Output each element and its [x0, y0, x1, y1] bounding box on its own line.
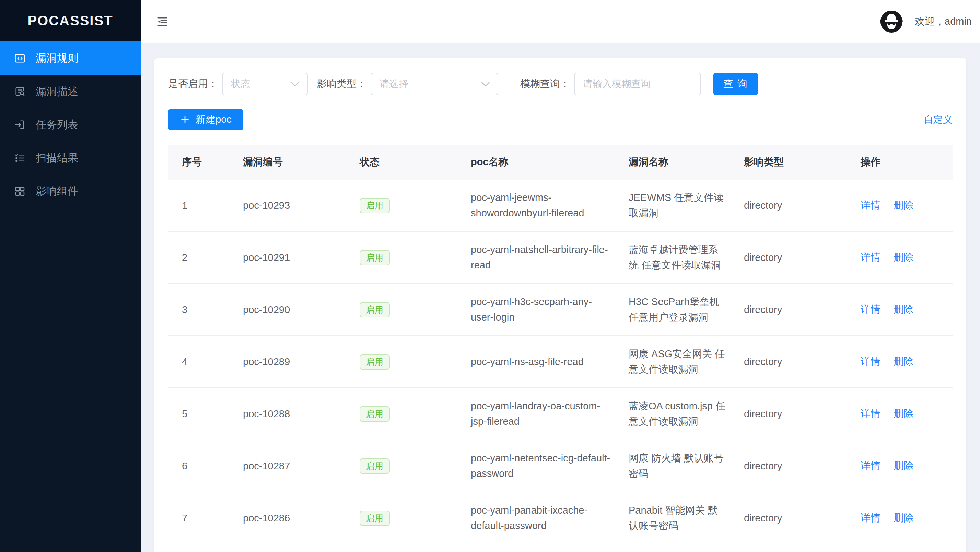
cell-vul-id: poc-10287 [243, 460, 360, 472]
cell-index: 6 [168, 460, 243, 472]
sidebar: POCASSIST 漏洞规则 [0, 0, 141, 552]
cell-affect-type: directory [744, 200, 861, 211]
cell-affect-type: directory [744, 356, 861, 368]
search-button[interactable]: 查 询 [713, 73, 758, 95]
sidebar-menu: 漏洞规则 漏洞描述 [0, 41, 141, 208]
cell-vul-id: poc-10290 [243, 304, 360, 316]
cell-index: 1 [168, 200, 243, 211]
status-badge: 启用 [360, 354, 390, 370]
table-header-row: 序号 漏洞编号 状态 poc名称 漏洞名称 影响类型 操作 [168, 145, 953, 180]
sidebar-item-scan-results[interactable]: 扫描结果 [0, 141, 141, 174]
cell-actions: 详情 删除 [861, 303, 953, 316]
sidebar-item-vuln-rules[interactable]: 漏洞规则 [0, 41, 141, 75]
filter-bar: 是否启用： 状态 影响类型： 请选择 模糊查询： 查 询 [168, 73, 953, 95]
content: 是否启用： 状态 影响类型： 请选择 模糊查询： 查 询 [141, 43, 980, 552]
cell-index: 2 [168, 252, 243, 263]
table-row: 5 poc-10288 启用 poc-yaml-landray-oa-custo… [168, 388, 953, 440]
cell-poc-name: poc-yaml-panabit-ixcache-default-passwor… [471, 503, 628, 533]
chevron-down-icon [481, 81, 490, 87]
cell-actions: 详情 删除 [861, 198, 953, 212]
customize-link[interactable]: 自定义 [924, 113, 953, 126]
status-badge: 启用 [360, 406, 390, 422]
sidebar-item-label: 影响组件 [36, 184, 78, 198]
table-row: 1 poc-10293 启用 poc-yaml-jeewms-showordow… [168, 180, 953, 232]
status-badge: 启用 [360, 198, 390, 213]
sidebar-item-label: 扫描结果 [36, 151, 78, 165]
new-poc-button[interactable]: 新建poc [168, 109, 243, 130]
status-badge: 启用 [360, 458, 390, 474]
delete-link[interactable]: 删除 [894, 200, 913, 211]
col-header-vul-name: 漏洞名称 [628, 155, 744, 169]
table-row: 7 poc-10286 启用 poc-yaml-panabit-ixcache-… [168, 492, 953, 544]
cell-actions: 详情 删除 [861, 459, 953, 473]
welcome-text: 欢迎，admin [915, 15, 972, 29]
menu-fold-icon[interactable] [156, 16, 169, 28]
delete-link[interactable]: 删除 [894, 512, 913, 523]
table-row: 6 poc-10287 启用 poc-yaml-netentsec-icg-de… [168, 440, 953, 492]
sidebar-item-vuln-description[interactable]: 漏洞描述 [0, 75, 141, 108]
cell-status: 启用 [360, 511, 471, 526]
app-root: POCASSIST 漏洞规则 [0, 0, 980, 552]
table-row: 4 poc-10289 启用 poc-yaml-ns-asg-file-read… [168, 336, 953, 388]
task-list-icon [14, 119, 26, 131]
sidebar-item-label: 任务列表 [36, 117, 78, 132]
top-bar: 欢迎，admin [141, 0, 980, 43]
col-header-affect-type: 影响类型 [744, 155, 861, 169]
cell-actions: 详情 删除 [861, 355, 953, 369]
select-placeholder: 请选择 [380, 78, 408, 90]
enable-filter-label: 是否启用： [168, 77, 218, 91]
detail-link[interactable]: 详情 [861, 252, 880, 263]
sidebar-item-label: 漏洞描述 [36, 84, 78, 99]
detail-link[interactable]: 详情 [861, 460, 880, 471]
cell-vul-name: JEEWMS 任意文件读取漏洞 [628, 190, 744, 221]
delete-link[interactable]: 删除 [894, 356, 913, 367]
detail-link[interactable]: 详情 [861, 304, 880, 315]
status-badge: 启用 [360, 302, 390, 317]
content-card: 是否启用： 状态 影响类型： 请选择 模糊查询： 查 询 [154, 58, 966, 552]
cell-status: 启用 [360, 406, 471, 422]
delete-link[interactable]: 删除 [894, 252, 913, 263]
delete-link[interactable]: 删除 [894, 408, 913, 419]
delete-link[interactable]: 删除 [894, 460, 913, 471]
detail-link[interactable]: 详情 [861, 512, 880, 523]
cell-affect-type: directory [744, 252, 861, 263]
cell-vul-name: 网康 防火墙 默认账号密码 [628, 450, 744, 481]
col-header-poc-name: poc名称 [471, 155, 628, 169]
main-area: 欢迎，admin 是否启用： 状态 影响类型： 请选择 模糊 [141, 0, 980, 552]
sidebar-item-affected-components[interactable]: 影响组件 [0, 174, 141, 208]
cell-index: 4 [168, 356, 243, 368]
cell-actions: 详情 删除 [861, 251, 953, 264]
cell-vul-name: 蓝凌OA custom.jsp 任意文件读取漏洞 [628, 398, 744, 429]
delete-link[interactable]: 删除 [894, 304, 913, 315]
col-header-status: 状态 [360, 155, 471, 169]
cell-actions: 详情 删除 [861, 407, 953, 421]
cell-vul-name: H3C SecParh堡垒机 任意用户登录漏洞 [628, 294, 744, 325]
chevron-down-icon [291, 81, 299, 87]
new-poc-label: 新建poc [196, 113, 232, 127]
table-row: 3 poc-10290 启用 poc-yaml-h3c-secparh-any-… [168, 284, 953, 336]
cell-vul-id: poc-10288 [243, 408, 360, 420]
cell-actions: 详情 删除 [861, 511, 953, 525]
cell-index: 3 [168, 304, 243, 316]
sidebar-item-task-list[interactable]: 任务列表 [0, 108, 141, 141]
detail-link[interactable]: 详情 [861, 408, 880, 419]
status-select[interactable]: 状态 [222, 73, 308, 95]
user-avatar[interactable] [880, 10, 903, 33]
cell-vul-id: poc-10286 [243, 512, 360, 524]
fuzzy-search-input[interactable] [574, 73, 701, 95]
detail-link[interactable]: 详情 [861, 200, 880, 211]
affect-type-select[interactable]: 请选择 [371, 73, 498, 95]
app-logo: POCASSIST [0, 0, 141, 41]
col-header-vul-id: 漏洞编号 [243, 155, 360, 169]
cell-affect-type: directory [744, 512, 861, 524]
cell-vul-name: Panabit 智能网关 默认账号密码 [628, 503, 744, 533]
doc-search-icon [14, 86, 26, 98]
user-area: 欢迎，admin [880, 10, 972, 33]
cell-affect-type: directory [744, 408, 861, 420]
poc-table: 序号 漏洞编号 状态 poc名称 漏洞名称 影响类型 操作 1 poc-1029… [168, 145, 953, 544]
cell-vul-name: 蓝海卓越计费管理系统 任意文件读取漏洞 [628, 242, 744, 273]
detail-link[interactable]: 详情 [861, 356, 880, 367]
cell-poc-name: poc-yaml-jeewms-showordownbyurl-fileread [471, 190, 628, 221]
cell-status: 启用 [360, 458, 471, 474]
scan-result-icon [14, 152, 26, 164]
